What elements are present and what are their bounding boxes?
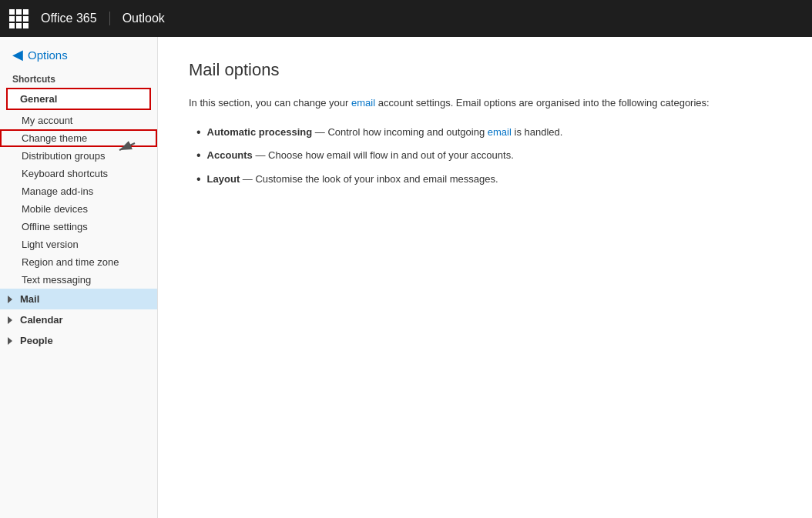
sidebar-nav-item-people[interactable]: People <box>0 330 157 351</box>
mail-nav-label: Mail <box>20 293 39 305</box>
office-365-label: Office 365 <box>41 12 110 25</box>
sidebar-item-manage-add-ins[interactable]: Manage add-ins <box>0 182 157 200</box>
sidebar-item-offline-settings[interactable]: Offline settings <box>0 218 157 236</box>
chevron-right-icon-people <box>8 337 12 345</box>
bullet-list: Automatic processing — Control how incom… <box>189 125 781 188</box>
people-nav-label: People <box>20 335 53 346</box>
general-group-label[interactable]: General <box>6 88 151 110</box>
content-title: Mail options <box>189 60 781 80</box>
email-link-2[interactable]: email <box>488 126 512 138</box>
content-intro: In this section, you can change your ema… <box>189 95 781 111</box>
sidebar-item-keyboard-shortcuts[interactable]: Keyboard shortcuts <box>0 165 157 182</box>
sidebar-item-my-account[interactable]: My account <box>0 112 157 129</box>
bullet-desc-accounts: — Choose how email will flow in and out … <box>255 149 513 161</box>
email-link[interactable]: email <box>351 97 375 109</box>
bullet-term-layout: Layout <box>207 173 240 185</box>
sidebar-nav-item-mail[interactable]: Mail <box>0 289 157 309</box>
options-header[interactable]: ◀ Options <box>0 37 157 69</box>
app-label: Outlook <box>122 12 165 25</box>
content-area: Mail options In this section, you can ch… <box>158 37 812 518</box>
main-container: ◀ Options Shortcuts General My account C… <box>0 37 812 518</box>
sidebar-nav-item-calendar[interactable]: Calendar <box>0 309 157 330</box>
options-title: Options <box>28 48 68 62</box>
grid-icon[interactable] <box>9 9 29 28</box>
chevron-right-icon <box>8 296 12 303</box>
calendar-nav-label: Calendar <box>20 314 63 326</box>
sidebar-item-change-theme[interactable]: Change theme <box>0 129 157 147</box>
sidebar-item-distribution-groups[interactable]: Distribution groups <box>0 147 157 165</box>
bullet-item-automatic-processing: Automatic processing — Control how incom… <box>196 125 781 141</box>
bullet-desc-layout: — Customise the look of your inbox and e… <box>243 173 498 185</box>
sidebar-item-text-messaging[interactable]: Text messaging <box>0 271 157 289</box>
bullet-sep-1: — Control how incoming and outgoing <box>315 126 488 138</box>
topbar: Office 365 Outlook <box>0 0 812 37</box>
bullet-term-accounts: Accounts <box>207 149 253 161</box>
bullet-item-layout: Layout — Customise the look of your inbo… <box>196 172 781 188</box>
chevron-right-icon-calendar <box>8 316 12 324</box>
sidebar-item-mobile-devices[interactable]: Mobile devices <box>0 200 157 218</box>
bullet-item-accounts: Accounts — Choose how email will flow in… <box>196 148 781 164</box>
bullet-sep-1b: is handled. <box>512 126 563 138</box>
back-icon[interactable]: ◀ <box>12 48 23 62</box>
shortcuts-label: Shortcuts <box>0 69 157 88</box>
sidebar: ◀ Options Shortcuts General My account C… <box>0 37 158 518</box>
sidebar-item-region-and-time-zone[interactable]: Region and time zone <box>0 253 157 271</box>
bullet-term-automatic-processing: Automatic processing <box>207 126 313 138</box>
sidebar-item-light-version[interactable]: Light version <box>0 236 157 253</box>
